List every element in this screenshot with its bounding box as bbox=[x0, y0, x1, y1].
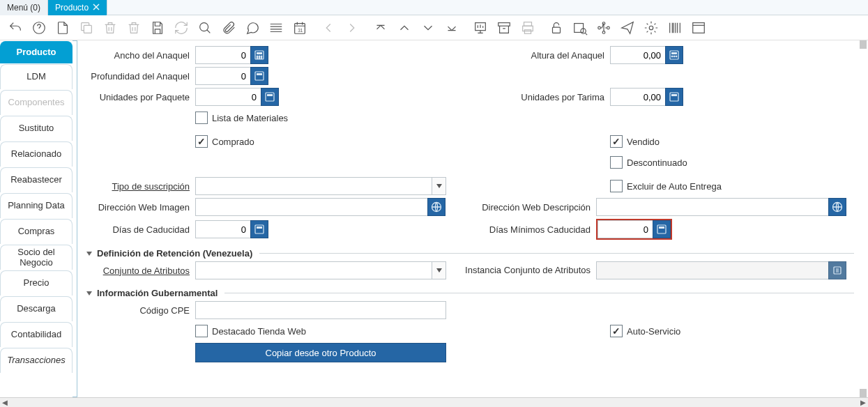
input-dias-min-caducidad[interactable] bbox=[597, 220, 653, 238]
calc-button-altura[interactable] bbox=[665, 46, 683, 64]
workflow-icon[interactable] bbox=[594, 18, 614, 38]
sidebar-item-sustituto[interactable]: Sustituto bbox=[0, 116, 73, 141]
globe-icon-2[interactable] bbox=[828, 198, 846, 216]
delete-icon[interactable] bbox=[100, 18, 120, 38]
up-icon[interactable] bbox=[395, 18, 414, 38]
request-icon[interactable] bbox=[618, 18, 637, 38]
calc-button-profundidad[interactable] bbox=[250, 67, 268, 85]
calc-button-tarima[interactable] bbox=[665, 88, 683, 106]
product-info-icon[interactable] bbox=[665, 18, 685, 38]
help-icon[interactable] bbox=[29, 18, 49, 38]
grid-icon[interactable] bbox=[266, 18, 286, 38]
label-tipo-suscripcion[interactable]: Tipo de suscripción bbox=[87, 181, 195, 192]
label-unidades-tarima: Unidades por Tarima bbox=[471, 92, 610, 102]
calendar-icon[interactable]: 31 bbox=[290, 18, 310, 38]
svg-point-24 bbox=[257, 58, 258, 59]
copy-from-product-button[interactable]: Copiar desde otro Producto bbox=[195, 343, 446, 362]
attribute-button[interactable] bbox=[828, 261, 846, 279]
input-direccion-web-imagen[interactable] bbox=[195, 198, 428, 216]
calc-button-dias-caducidad[interactable] bbox=[250, 220, 268, 238]
calc-button-ancho[interactable] bbox=[250, 46, 268, 64]
sidebar-item-transacciones[interactable]: Transacciones bbox=[0, 348, 73, 373]
calc-button-paquete[interactable] bbox=[261, 88, 279, 106]
label-destacado-tienda: Destacado Tienda Web bbox=[212, 326, 306, 337]
svg-rect-18 bbox=[693, 22, 705, 33]
input-direccion-web-descripcion[interactable] bbox=[596, 198, 829, 216]
label-conjunto-atributos[interactable]: Conjunto de Atributos bbox=[87, 266, 195, 276]
close-icon[interactable] bbox=[93, 3, 100, 13]
input-altura-anaquel[interactable] bbox=[610, 46, 666, 64]
chat-icon[interactable] bbox=[243, 18, 262, 38]
group-retencion[interactable]: Definición de Retención (Venezuela) bbox=[87, 248, 854, 259]
scroll-left-icon[interactable]: ◄ bbox=[0, 398, 10, 408]
search-icon[interactable] bbox=[195, 18, 215, 38]
vertical-scrollbar[interactable] bbox=[860, 40, 867, 397]
tab-menu[interactable]: Menú (0) bbox=[0, 0, 48, 15]
group-gubernamental-label: Información Gubernamental bbox=[97, 288, 218, 298]
checkbox-descontinuado[interactable] bbox=[610, 156, 623, 169]
refresh-icon[interactable] bbox=[172, 18, 191, 38]
undo-icon[interactable] bbox=[6, 18, 25, 38]
checkbox-excluir-auto-entrega[interactable] bbox=[610, 180, 623, 192]
process-icon[interactable] bbox=[641, 18, 661, 38]
first-icon[interactable] bbox=[371, 18, 390, 38]
svg-point-31 bbox=[676, 56, 677, 57]
down-icon[interactable] bbox=[418, 18, 438, 38]
globe-icon[interactable] bbox=[427, 198, 446, 216]
next-icon[interactable] bbox=[342, 18, 362, 38]
select-tipo-suscripcion[interactable] bbox=[195, 177, 446, 195]
scroll-right-icon[interactable]: ► bbox=[858, 398, 868, 408]
sidebar-item-relacionado[interactable]: Relacionado bbox=[0, 141, 73, 167]
copy-icon[interactable] bbox=[77, 18, 96, 38]
label-instancia-conjunto: Instancia Conjunto de Atributos bbox=[457, 265, 596, 276]
save-icon[interactable] bbox=[148, 18, 167, 38]
print-icon[interactable] bbox=[518, 18, 538, 38]
svg-rect-27 bbox=[670, 51, 678, 59]
sidebar: Producto LDM Componentes Sustituto Relac… bbox=[0, 40, 73, 397]
highlighted-dias-min bbox=[596, 219, 672, 240]
checkbox-lista-materiales[interactable] bbox=[195, 112, 208, 124]
sidebar-item-descarga[interactable]: Descarga bbox=[0, 296, 73, 321]
sidebar-item-socio-negocio[interactable]: Socio del Negocio bbox=[0, 245, 73, 270]
sidebar-item-precio[interactable]: Precio bbox=[0, 270, 73, 295]
zoom-across-icon[interactable] bbox=[570, 18, 590, 38]
lock-icon[interactable] bbox=[547, 18, 566, 38]
tab-producto[interactable]: Producto bbox=[48, 0, 107, 15]
input-unidades-tarima[interactable] bbox=[610, 88, 666, 106]
archive-icon[interactable] bbox=[494, 18, 514, 38]
svg-rect-28 bbox=[671, 52, 677, 54]
sidebar-item-contabilidad[interactable]: Contabilidad bbox=[0, 322, 73, 347]
input-conjunto-atributos[interactable] bbox=[195, 261, 432, 279]
sidebar-item-reabastecer[interactable]: Reabastecer bbox=[0, 167, 73, 192]
checkbox-vendido[interactable] bbox=[610, 135, 623, 148]
exit-icon[interactable] bbox=[689, 18, 708, 38]
input-codigo-cpe[interactable] bbox=[195, 301, 446, 319]
input-profundidad-anaquel[interactable] bbox=[195, 67, 251, 85]
input-tipo-suscripcion[interactable] bbox=[195, 177, 432, 195]
delete2-icon[interactable] bbox=[124, 18, 144, 38]
input-ancho-anaquel[interactable] bbox=[195, 46, 251, 64]
select-conjunto-atributos[interactable] bbox=[195, 261, 446, 279]
calc-button-dias-min[interactable] bbox=[653, 220, 671, 238]
checkbox-comprado[interactable] bbox=[195, 135, 208, 148]
last-icon[interactable] bbox=[442, 18, 462, 38]
sidebar-item-compras[interactable]: Compras bbox=[0, 219, 73, 244]
horizontal-scrollbar[interactable]: ◄ ► bbox=[0, 397, 868, 407]
new-icon[interactable] bbox=[53, 18, 73, 38]
report-icon[interactable] bbox=[471, 18, 490, 38]
chevron-down-icon[interactable] bbox=[432, 177, 446, 195]
checkbox-destacado-tienda[interactable] bbox=[195, 325, 208, 337]
chevron-down-icon[interactable] bbox=[432, 261, 446, 279]
group-gubernamental[interactable]: Información Gubernamental bbox=[87, 288, 854, 298]
sidebar-item-planning-data[interactable]: Planning Data bbox=[0, 193, 73, 218]
label-direccion-web-descripcion: Dirección Web Descripción bbox=[457, 202, 596, 213]
input-dias-caducidad[interactable] bbox=[195, 220, 251, 238]
prev-icon[interactable] bbox=[319, 18, 338, 38]
input-unidades-paquete[interactable] bbox=[195, 88, 261, 106]
label-codigo-cpe: Código CPE bbox=[87, 305, 195, 316]
sidebar-item-ldm[interactable]: LDM bbox=[0, 64, 73, 89]
sidebar-item-producto[interactable]: Producto bbox=[0, 41, 73, 63]
svg-point-25 bbox=[259, 58, 260, 59]
checkbox-auto-servicio[interactable] bbox=[610, 325, 623, 337]
attachment-icon[interactable] bbox=[219, 18, 238, 38]
